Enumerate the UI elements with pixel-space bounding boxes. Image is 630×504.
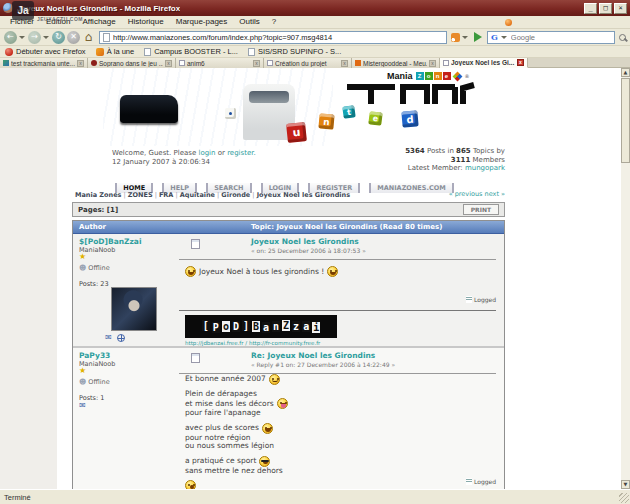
- register-link[interactable]: register.: [227, 149, 256, 157]
- offline-status: ☻ Offline: [79, 378, 110, 386]
- window-title: Joyeux Noel les Girondins - Mozilla Fire…: [17, 4, 180, 13]
- topic-header-bar: Author Topic: Joyeux Noel les Girondins …: [73, 221, 504, 234]
- mania-zone-brand: Mania Z o n e ®: [387, 71, 470, 81]
- post-subject-link[interactable]: Joyeux Noel les Girondins: [251, 237, 359, 246]
- title-bar[interactable]: Joyeux Noel les Girondins - Mozilla Fire…: [0, 0, 630, 16]
- scrollbar-thumb[interactable]: [621, 78, 630, 163]
- feed-dropdown-icon[interactable]: [462, 36, 468, 39]
- author-name-link[interactable]: $[PoD]BanZzai: [79, 237, 142, 246]
- resize-grip[interactable]: [619, 493, 629, 503]
- breadcrumb-zones[interactable]: ZONES: [128, 191, 159, 199]
- print-button[interactable]: PRINT: [463, 204, 499, 215]
- post-subject-link[interactable]: Re: Joyeux Noel les Girondins: [251, 351, 375, 360]
- breadcrumb-gironde[interactable]: Gironde: [221, 191, 256, 199]
- bookmark-a-la-une[interactable]: À la une: [96, 47, 135, 56]
- banner-suv-image: [120, 95, 178, 123]
- zone-letter-e: e: [443, 72, 451, 80]
- tab-close-icon[interactable]: x: [341, 60, 348, 67]
- prev-next-links[interactable]: « previous next »: [380, 190, 505, 198]
- go-button[interactable]: [474, 32, 482, 42]
- close-button[interactable]: ×: [614, 3, 627, 14]
- tab-trackmania[interactable]: test trackmania unte... x: [0, 58, 88, 68]
- url-input[interactable]: [113, 33, 443, 42]
- menu-fichier[interactable]: Fichier: [4, 16, 40, 28]
- breadcrumb-topic[interactable]: Joyeux Noel les Girondins: [257, 191, 350, 199]
- post-divider-line: [179, 259, 496, 260]
- scroll-up-icon[interactable]: ▲: [621, 68, 630, 77]
- dice-icon: [225, 108, 236, 119]
- website-icon[interactable]: [117, 334, 125, 342]
- tab-favicon: [3, 60, 9, 66]
- post-row-2: PaPy33 ManiaNoob ★ ☻ Offline Posts: 1 ✉ …: [73, 348, 504, 489]
- menu-aide[interactable]: ?: [266, 16, 282, 28]
- latest-member-link[interactable]: mungopark: [465, 164, 505, 172]
- smiley-shocked-icon: [185, 480, 196, 489]
- menu-edition[interactable]: Edition: [40, 16, 76, 28]
- tab-soprano[interactable]: Soprano dans le jeu ... x: [88, 58, 176, 68]
- search-bar[interactable]: G: [487, 31, 615, 44]
- avatar-image: [111, 287, 157, 331]
- bookmark-campus-booster[interactable]: Campus BOOSTER - L...: [144, 47, 238, 56]
- tab-close-icon[interactable]: x: [77, 60, 84, 67]
- message-icon: [191, 353, 200, 363]
- pages-label[interactable]: Pages: [1]: [78, 206, 118, 214]
- vertical-scrollbar[interactable]: ▲ ▼: [621, 68, 630, 489]
- stop-button[interactable]: ✕: [67, 31, 80, 44]
- author-name-link[interactable]: PaPy33: [79, 351, 110, 360]
- smiley-grin-icon: [262, 423, 273, 434]
- back-history-dropdown-icon[interactable]: [19, 36, 25, 39]
- feed-icon[interactable]: [451, 33, 460, 42]
- tab-favicon: [179, 60, 185, 66]
- breadcrumb-fra[interactable]: FRA: [159, 191, 180, 199]
- search-input[interactable]: [511, 33, 611, 42]
- forward-button[interactable]: →: [28, 31, 41, 44]
- bookmarks-toolbar: Débuter avec Firefox À la une Campus BOO…: [0, 46, 630, 58]
- tab-favicon: [91, 60, 97, 66]
- minimize-button[interactable]: _: [584, 3, 597, 14]
- tab-mistergooddeal[interactable]: Mistergooddeal - Meu... x: [352, 58, 440, 68]
- breadcrumb-mania-zones[interactable]: Mania Zones: [75, 191, 128, 199]
- tab-close-icon[interactable]: x: [165, 60, 172, 67]
- forum-banner: u n t e d Mania Z o n e ®: [103, 68, 512, 146]
- topic-column-header: Topic: Joyeux Noel les Girondins (Read 8…: [251, 223, 442, 231]
- search-magnifier-icon[interactable]: [619, 34, 626, 41]
- bookmark-debuter[interactable]: Débuter avec Firefox: [5, 47, 86, 56]
- bookmark-supinfo[interactable]: SIS/SRD SUPINFO - S...: [248, 47, 341, 56]
- tab-close-icon[interactable]: x: [253, 60, 260, 67]
- home-button[interactable]: ⌂: [82, 31, 95, 44]
- smiley-cool-icon: [259, 456, 270, 467]
- post-row-1: $[PoD]BanZzai ManiaNoob ★ ☻ Offline Post…: [73, 234, 504, 346]
- back-button[interactable]: ←: [4, 31, 17, 44]
- smiley-grin-icon: [327, 266, 338, 277]
- tab-joyeux-noel-active[interactable]: Joyeux Noel les Gi... x: [440, 58, 528, 68]
- email-icon[interactable]: ✉: [105, 334, 112, 342]
- update-notification-icon[interactable]: [505, 19, 512, 26]
- breadcrumb: Mania ZonesZONESFRAAquitaineGirondeJoyeu…: [75, 191, 350, 199]
- tab-close-icon[interactable]: x: [517, 59, 524, 66]
- email-icon[interactable]: ✉: [79, 402, 86, 410]
- page-viewport: u n t e d Mania Z o n e ® Welcome, Guest…: [0, 68, 630, 489]
- post-date: « on: 25 December 2006 à 18:07:53 »: [251, 247, 366, 254]
- menu-historique[interactable]: Historique: [122, 16, 170, 28]
- united-cube-u: u: [286, 122, 307, 143]
- post-body: Joyeux Noel à tous les girondins !: [185, 266, 338, 277]
- address-bar[interactable]: [99, 31, 447, 44]
- tab-anim6[interactable]: anim6 x: [176, 58, 264, 68]
- bookmark-page-icon: [248, 48, 255, 56]
- browser-window: Joyeux Noel les Girondins - Mozilla Fire…: [0, 0, 630, 504]
- zone-letter-o: o: [425, 72, 433, 80]
- reload-button[interactable]: ↻: [52, 31, 65, 44]
- offline-status: ☻ Offline: [79, 264, 110, 272]
- search-engine-dropdown-icon[interactable]: [501, 36, 507, 39]
- menu-affichage[interactable]: Affichage: [76, 16, 121, 28]
- logged-icon: [466, 478, 472, 485]
- tab-close-icon[interactable]: x: [429, 60, 436, 67]
- breadcrumb-aquitaine[interactable]: Aquitaine: [180, 191, 222, 199]
- tab-creation-projet[interactable]: Création du projet x: [264, 58, 352, 68]
- forward-history-dropdown-icon[interactable]: [43, 36, 49, 39]
- login-link[interactable]: login: [198, 149, 215, 157]
- scroll-down-icon[interactable]: ▼: [621, 480, 630, 489]
- menu-marque-pages[interactable]: Marque-pages: [170, 16, 234, 28]
- restore-button[interactable]: □: [599, 3, 612, 14]
- menu-outils[interactable]: Outils: [233, 16, 265, 28]
